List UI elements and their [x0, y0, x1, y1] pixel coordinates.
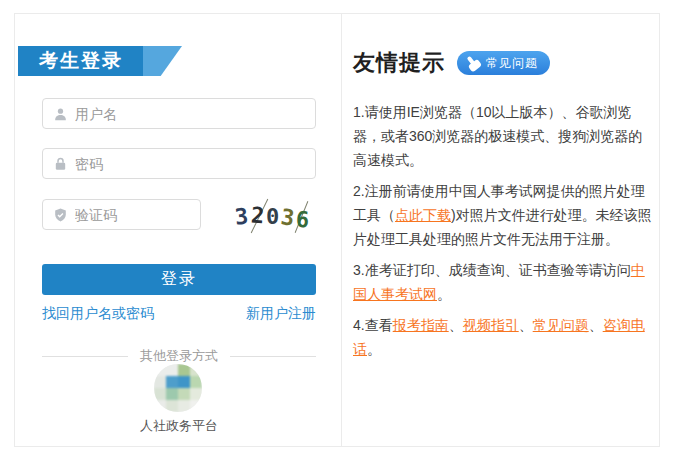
- tip-link[interactable]: 常见问题: [533, 317, 589, 333]
- divider-line: [230, 356, 316, 357]
- divider-line: [42, 356, 128, 357]
- tips-header: 友情提示 常见问题: [353, 48, 550, 78]
- captcha-digit: 3: [234, 203, 250, 229]
- captcha-input[interactable]: [75, 200, 192, 229]
- other-login-divider: 其他登录方式: [42, 347, 316, 365]
- lock-icon: [53, 156, 68, 171]
- tip-link[interactable]: 报考指南: [393, 317, 449, 333]
- login-card: 考生登录 32036 登录 找回用户名或密码 新用户注册 其他登录方式: [14, 13, 660, 447]
- username-field[interactable]: [42, 98, 316, 129]
- password-input[interactable]: [75, 149, 307, 178]
- captcha-digit: 6: [296, 207, 311, 233]
- login-button[interactable]: 登录: [42, 264, 316, 295]
- pointing-hand-icon: [463, 52, 485, 74]
- username-input[interactable]: [75, 99, 307, 128]
- captcha-image[interactable]: 32036: [225, 200, 320, 233]
- tip-link[interactable]: 视频指引: [463, 317, 519, 333]
- tip-paragraph: 2.注册前请使用中国人事考试网提供的照片处理工具（点此下载)对照片文件进行处理。…: [353, 179, 654, 251]
- tip-paragraph: 1.请使用IE浏览器（10以上版本）、谷歌浏览器，或者360浏览器的极速模式、搜…: [353, 100, 654, 172]
- other-login-label: 其他登录方式: [140, 347, 218, 365]
- captcha-digit: 0: [266, 204, 279, 229]
- platform-label: 人社政务平台: [42, 417, 316, 435]
- tip-paragraph: 4.查看报考指南、视频指引、常见问题、咨询电话。: [353, 313, 654, 361]
- tip-link[interactable]: 中国人事考试网: [353, 262, 645, 302]
- faq-badge-button[interactable]: 常见问题: [457, 51, 550, 75]
- register-link[interactable]: 新用户注册: [246, 305, 316, 323]
- candidate-login-ribbon: 考生登录: [18, 46, 182, 76]
- tip-link[interactable]: 点此下载: [395, 207, 451, 223]
- tips-title: 友情提示: [353, 48, 445, 78]
- password-field[interactable]: [42, 148, 316, 179]
- forgot-credentials-link[interactable]: 找回用户名或密码: [42, 305, 154, 323]
- tip-paragraph: 3.准考证打印、成绩查询、证书查验等请访问中国人事考试网。: [353, 258, 654, 306]
- hr-platform-logo[interactable]: [154, 364, 202, 412]
- captcha-field[interactable]: [42, 199, 201, 230]
- shield-check-icon: [53, 207, 68, 222]
- faq-badge-label: 常见问题: [486, 55, 538, 72]
- captcha-digit: 3: [279, 204, 296, 231]
- panel-divider: [341, 14, 342, 446]
- login-title: 考生登录: [18, 46, 182, 76]
- hr-platform-logo-mosaic: [154, 364, 202, 412]
- captcha-digit: 2: [250, 203, 265, 229]
- tips-list: 1.请使用IE浏览器（10以上版本）、谷歌浏览器，或者360浏览器的极速模式、搜…: [353, 100, 654, 368]
- user-icon: [53, 106, 68, 121]
- account-links-row: 找回用户名或密码 新用户注册: [42, 305, 316, 323]
